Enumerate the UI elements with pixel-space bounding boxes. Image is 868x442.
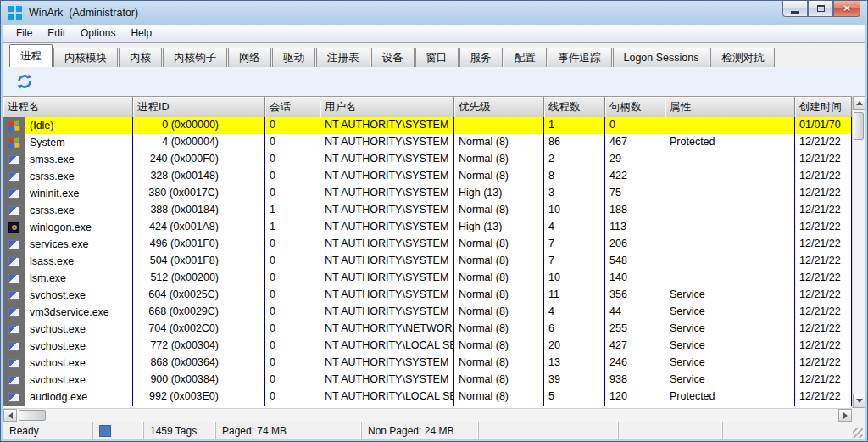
column-header[interactable]: 用户名 bbox=[320, 97, 454, 118]
username-cell: NT AUTHORITY\SYSTEM bbox=[320, 185, 454, 202]
threads-cell: 8 bbox=[544, 168, 605, 185]
table-row[interactable]: services.exe496 (0x001F0)0NT AUTHORITY\S… bbox=[3, 236, 852, 253]
tab-设备[interactable]: 设备 bbox=[371, 48, 415, 67]
application-icon bbox=[8, 376, 19, 385]
created-cell: 12/21/22 bbox=[795, 321, 852, 338]
scroll-up-button[interactable] bbox=[853, 96, 865, 110]
tab-检测对抗[interactable]: 检测对抗 bbox=[710, 48, 775, 67]
tab-服务[interactable]: 服务 bbox=[459, 48, 503, 67]
created-cell: 12/21/22 bbox=[795, 287, 852, 304]
column-header[interactable]: 优先级 bbox=[454, 97, 544, 118]
maximize-button[interactable] bbox=[808, 1, 833, 17]
menu-item-edit[interactable]: Edit bbox=[40, 25, 73, 42]
column-header[interactable]: 会话 bbox=[265, 97, 320, 118]
tab-内核钩子[interactable]: 内核钩子 bbox=[163, 48, 227, 67]
table-row[interactable]: lsass.exe504 (0x001F8)0NT AUTHORITY\SYST… bbox=[3, 253, 852, 270]
process-id-cell: 900 (0x00384) bbox=[133, 372, 265, 389]
close-button[interactable]: ✕ bbox=[833, 1, 860, 17]
process-table: 进程名进程ID会话用户名优先级线程数句柄数属性创建时间 (Idle)0 (0x0… bbox=[3, 96, 865, 422]
process-name: csrss.exe bbox=[25, 203, 75, 219]
table-row[interactable]: csrss.exe328 (0x00148)0NT AUTHORITY\SYST… bbox=[3, 168, 852, 185]
process-name-cell: smss.exe bbox=[3, 151, 133, 168]
tab-Logon Sessions[interactable]: Logon Sessions bbox=[613, 48, 710, 67]
process-name-cell: services.exe bbox=[3, 236, 133, 253]
table-row[interactable]: svchost.exe704 (0x002C0)0NT AUTHORITY\NE… bbox=[3, 321, 852, 338]
process-name: services.exe bbox=[25, 237, 88, 253]
table-row[interactable]: svchost.exe900 (0x00384)0NT AUTHORITY\SY… bbox=[3, 372, 852, 389]
priority-cell: Normal (8) bbox=[454, 389, 544, 406]
table-row[interactable]: smss.exe240 (0x000F0)0NT AUTHORITY\SYSTE… bbox=[3, 151, 852, 168]
session-cell: 0 bbox=[265, 287, 320, 304]
process-id: 424 (0x001A8) bbox=[137, 219, 219, 235]
arrow-up-icon bbox=[856, 101, 863, 105]
table-row[interactable]: (Idle)0 (0x00000)0NT AUTHORITY\SYSTEM100… bbox=[3, 117, 852, 134]
process-id: 868 (0x00364) bbox=[137, 355, 219, 371]
table-row[interactable]: csrss.exe388 (0x00184)1NT AUTHORITY\SYST… bbox=[3, 202, 852, 219]
menu-item-help[interactable]: Help bbox=[123, 25, 159, 42]
vertical-scroll-thumb[interactable] bbox=[854, 112, 864, 140]
priority-cell: Normal (8) bbox=[454, 253, 544, 270]
scroll-down-button[interactable] bbox=[853, 394, 865, 408]
attributes-cell bbox=[665, 151, 795, 168]
tab-驱动[interactable]: 驱动 bbox=[272, 48, 315, 67]
tab-内核[interactable]: 内核 bbox=[119, 48, 162, 67]
horizontal-scroll-thumb[interactable] bbox=[19, 410, 46, 421]
handles-cell: 188 bbox=[605, 202, 665, 219]
created-cell: 12/21/22 bbox=[795, 202, 852, 219]
scroll-right-button[interactable] bbox=[838, 409, 852, 422]
process-id: 900 (0x00384) bbox=[137, 372, 219, 388]
table-row[interactable]: svchost.exe604 (0x0025C)0NT AUTHORITY\SY… bbox=[3, 287, 852, 304]
column-header[interactable]: 属性 bbox=[665, 97, 795, 118]
column-header[interactable]: 句柄数 bbox=[605, 97, 665, 118]
table-row[interactable]: svchost.exe772 (0x00304)0NT AUTHORITY\LO… bbox=[3, 338, 852, 355]
process-id-cell: 496 (0x001F0) bbox=[133, 236, 265, 253]
application-icon bbox=[8, 308, 19, 317]
tab-事件追踪[interactable]: 事件追踪 bbox=[548, 48, 612, 67]
attributes-cell: Service bbox=[665, 355, 795, 372]
application-icon bbox=[8, 155, 19, 165]
process-id: 992 (0x003E0) bbox=[137, 389, 219, 405]
session-cell: 0 bbox=[265, 338, 320, 355]
icon-gutter bbox=[3, 389, 25, 406]
horizontal-scrollbar[interactable] bbox=[3, 408, 852, 422]
tab-网络[interactable]: 网络 bbox=[228, 48, 271, 67]
handles-cell: 0 bbox=[605, 117, 665, 134]
status-indicator-panel bbox=[93, 422, 144, 439]
status-empty-panel bbox=[723, 422, 865, 439]
column-header[interactable]: 创建时间 bbox=[795, 97, 852, 118]
tab-进程[interactable]: 进程 bbox=[9, 44, 53, 67]
tab-注册表[interactable]: 注册表 bbox=[316, 48, 370, 67]
tab-内核模块[interactable]: 内核模块 bbox=[53, 48, 118, 67]
table-row[interactable]: wininit.exe380 (0x0017C)0NT AUTHORITY\SY… bbox=[3, 185, 852, 202]
priority-cell: Normal (8) bbox=[454, 355, 544, 372]
menu-item-options[interactable]: Options bbox=[73, 25, 123, 42]
session-cell: 1 bbox=[265, 219, 320, 236]
process-id: 604 (0x0025C) bbox=[137, 287, 219, 303]
table-row[interactable]: System4 (0x00004)0NT AUTHORITY\SYSTEMNor… bbox=[3, 134, 852, 151]
minimize-button[interactable] bbox=[782, 1, 808, 17]
table-row[interactable]: svchost.exe868 (0x00364)0NT AUTHORITY\SY… bbox=[3, 355, 852, 372]
table-row[interactable]: vm3dservice.exe668 (0x0029C)0NT AUTHORIT… bbox=[3, 304, 852, 321]
handles-cell: 44 bbox=[605, 304, 665, 321]
window-controls: ✕ bbox=[782, 1, 860, 17]
resize-grip[interactable] bbox=[853, 428, 863, 438]
column-header[interactable]: 进程ID bbox=[133, 97, 265, 118]
tab-窗口[interactable]: 窗口 bbox=[415, 48, 459, 67]
winlogon-icon bbox=[8, 222, 19, 233]
arrow-left-icon bbox=[8, 412, 13, 419]
process-name: winlogon.exe bbox=[25, 220, 92, 236]
vertical-scrollbar[interactable] bbox=[852, 96, 865, 408]
column-header[interactable]: 进程名 bbox=[3, 97, 133, 118]
process-id-cell: 512 (0x00200) bbox=[133, 270, 265, 287]
menu-item-file[interactable]: File bbox=[8, 25, 40, 42]
application-icon bbox=[8, 274, 19, 283]
toolbar bbox=[3, 67, 865, 96]
table-row[interactable]: winlogon.exe424 (0x001A8)1NT AUTHORITY\S… bbox=[3, 219, 852, 236]
tab-配置[interactable]: 配置 bbox=[504, 48, 547, 67]
table-row[interactable]: audiodg.exe992 (0x003E0)0NT AUTHORITY\LO… bbox=[3, 389, 852, 406]
scroll-left-button[interactable] bbox=[3, 409, 17, 422]
column-header[interactable]: 线程数 bbox=[544, 97, 605, 118]
table-row[interactable]: lsm.exe512 (0x00200)0NT AUTHORITY\SYSTEM… bbox=[3, 270, 852, 287]
status-empty-panel bbox=[619, 422, 723, 439]
refresh-button[interactable] bbox=[14, 70, 36, 92]
